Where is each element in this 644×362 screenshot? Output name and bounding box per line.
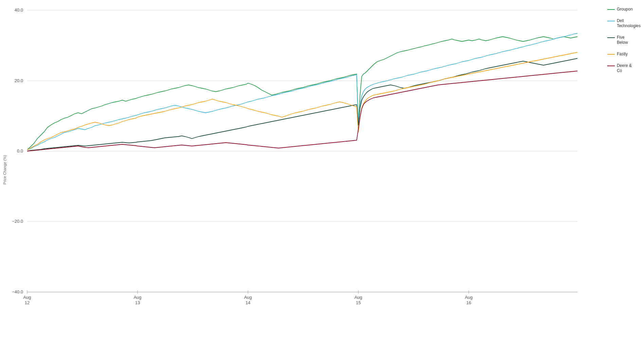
y-label-40: 40.0	[15, 7, 23, 13]
chart-container: Groupon DellTechnologies FiveBelow Fastl…	[0, 0, 644, 362]
x-label-aug16-day: 16	[466, 300, 471, 305]
x-label-aug12-day: 12	[25, 300, 30, 305]
line-deere	[27, 71, 577, 151]
line-five-below	[27, 58, 577, 151]
x-label-aug12-top: Aug	[23, 295, 31, 300]
x-label-aug15-top: Aug	[354, 295, 362, 300]
x-label-aug15-day: 15	[356, 300, 361, 305]
x-label-aug14-day: 14	[246, 300, 250, 305]
line-dell	[27, 33, 577, 150]
y-label-0: 0.0	[17, 148, 23, 153]
x-label-aug13-top: Aug	[133, 295, 141, 300]
y-label-neg40: −40.0	[12, 289, 23, 294]
y-label-neg20: −20.0	[12, 219, 23, 224]
x-label-aug13-day: 13	[135, 300, 140, 305]
x-label-aug14-top: Aug	[244, 295, 252, 300]
y-label-20: 20.0	[15, 78, 23, 83]
main-chart-svg: 40.0 20.0 0.0 −20.0 −40.0 Aug 12 Aug 13 …	[0, 0, 644, 362]
x-label-aug16-top: Aug	[465, 295, 472, 300]
